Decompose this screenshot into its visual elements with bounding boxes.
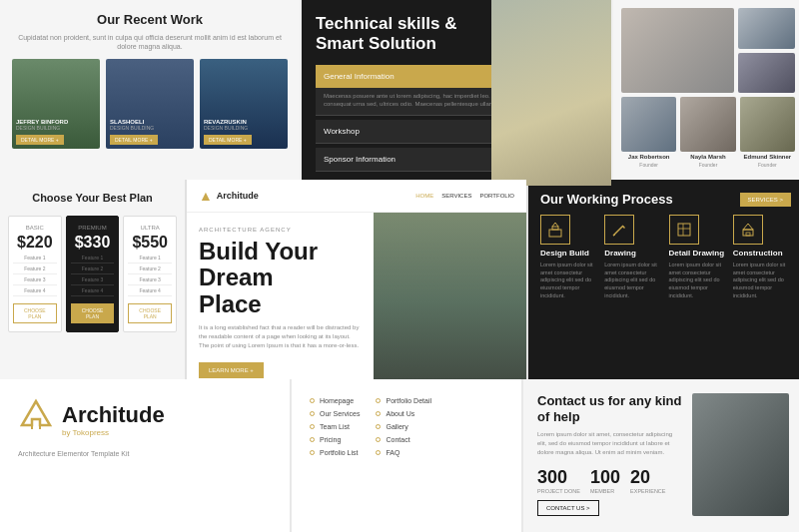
pricing-btn-ultra[interactable]: CHOOSE PLAN [128,303,172,323]
pricing-btn-premium[interactable]: CHOOSE PLAN [71,303,115,323]
process-step-3: Detail Drawing Lorem ipsum dolor sit ame… [669,215,727,299]
contact-stat-projects: 300 PROJECT DONE [537,467,580,494]
recent-work-subtitle: Cupidatat non proident, sunt in culpa qu… [12,33,288,51]
sitemap-gallery-label: Gallery [386,423,407,430]
svg-rect-0 [549,230,561,237]
team-member-1-img [621,97,676,152]
agency-body: ARCHITECTURE AGENCY Build Your Dream Pla… [187,213,526,379]
svg-line-2 [552,223,555,227]
team-member-2-name: Nayla Marsh [690,154,725,160]
work-card-3: Revazruskin DESIGN BUILDING DETAIL MORE … [200,59,288,149]
process-services-button[interactable]: SERVICES > [740,193,791,207]
contact-body: Contact us for any kind of help Lorem ip… [537,393,789,516]
sitemap-team[interactable]: Team List [310,423,360,430]
sitemap-pricing[interactable]: Pricing [310,436,360,443]
team-member-3-name: Edmund Skinner [743,154,791,160]
pricing-card-ultra: ULTRA $550 Feature 1 Feature 2 Feature 3… [123,216,177,332]
pricing-features-basic: Feature 1 Feature 2 Feature 3 Feature 4 [13,255,57,296]
pricing-feature-basic-4: Feature 4 [13,287,57,296]
sitemap-services[interactable]: Our Services [310,410,360,417]
brand-name-text: Architude [62,402,165,428]
pricing-features-premium: Feature 1 Feature 2 Feature 3 Feature 4 [71,255,115,296]
work-card-1-name: Jefrey Binford [12,117,100,125]
agency-label: ARCHITECTURE AGENCY [199,227,362,233]
agency-desc: It is a long established fact that a rea… [199,323,362,350]
agency-headline: Build Your Dream Place [199,239,362,317]
contact-stat-projects-label: PROJECT DONE [537,488,580,494]
pricing-feature-ultra-3: Feature 3 [128,276,172,285]
sitemap-dot-icon [310,398,315,403]
brand-logo: Architude by Tokopress [18,397,272,441]
agency-nav: ▲ Architude HOME SERVICES PORTFOLIO [187,180,526,213]
pricing-amount-ultra: $550 [132,234,168,252]
brand-logo-mark-icon [18,397,54,441]
pricing-plan-premium-name: PREMIUM [78,225,106,231]
nav-link-services[interactable]: SERVICES [441,193,471,199]
agency-headline-line2: Dream [199,264,274,290]
team-top-image [621,8,734,93]
sitemap-portfolio-list[interactable]: Portfolio List [310,449,360,456]
sitemap-faq[interactable]: FAQ [376,449,431,456]
work-card-3-btn[interactable]: DETAIL MORE + [204,135,252,145]
svg-line-3 [555,223,558,227]
pricing-feature-premium-4: Feature 4 [71,287,115,296]
team-member-2-img [680,97,735,152]
pricing-card-basic: BASIC $220 Feature 1 Feature 2 Feature 3… [8,216,62,332]
process-step-2-desc: Lorem ipsum dolor sit amet consectetur a… [604,262,662,299]
sitemap-about[interactable]: About Us [376,410,431,417]
sitemap-dot-icon [376,437,381,442]
brand-byline-text: by Tokopress [62,428,165,437]
agency-cta-button[interactable]: LEARN MORE + [199,362,264,378]
team-member-2-role: Founder [699,162,718,168]
pricing-feature-premium-1: Feature 1 [71,255,115,264]
pricing-btn-basic[interactable]: CHOOSE PLAN [13,303,57,323]
row2: Choose Your Best Plan BASIC $220 Feature… [0,180,799,379]
contact-cta-button[interactable]: CONTACT US > [537,500,599,516]
team-member-2: Nayla Marsh Founder [680,97,735,168]
agency-headline-line3: Place [199,290,262,317]
sitemap-homepage-label: Homepage [320,397,354,404]
work-card-2-btn[interactable]: DETAIL MORE + [110,135,158,145]
sitemap-panel: Homepage Our Services Team List Pricing … [292,379,521,532]
sitemap-contact[interactable]: Contact [376,436,431,443]
pricing-feature-ultra-1: Feature 1 [128,255,172,264]
drawing-icon [604,215,634,245]
sitemap-portfolio-list-label: Portfolio List [320,449,359,456]
pricing-plan-ultra-name: ULTRA [141,225,160,231]
contact-stat-experience-num: 20 [630,467,665,488]
agency-building-inner [374,213,526,379]
tech-skills-image-inner [491,0,611,186]
work-card-1-btn[interactable]: DETAIL MORE + [16,135,64,145]
team-small-image-2 [738,53,795,94]
sitemap-dot-icon [376,411,381,416]
brand-panel: Architude by Tokopress Architecture Elem… [0,379,290,532]
contact-stats: 300 PROJECT DONE 100 MEMBER 20 EXPERIENC… [537,467,682,494]
sitemap-portfolio-detail[interactable]: Portfolio Detail [376,397,431,404]
team-member-1: Jax Robertson Founder [621,97,676,168]
pricing-feature-ultra-2: Feature 2 [128,266,172,274]
contact-desc: Lorem ipsum dolor sit amet, consectetur … [537,430,682,457]
work-cards: Jefrey Binford DESIGN BUILDING DETAIL MO… [12,59,288,149]
svg-marker-15 [22,401,50,425]
recent-work-title: Our Recent Work [97,12,203,27]
pricing-feature-basic-1: Feature 1 [13,255,57,264]
tech-skills-panel: Technical skills &Smart Solution General… [302,0,611,186]
process-step-2-title: Drawing [604,249,662,258]
process-header: Our Working Process SERVICES > [540,192,791,207]
contact-stat-members-label: MEMBER [590,488,620,494]
nav-link-portfolio[interactable]: PORTFOLIO [479,193,514,199]
contact-stat-members-num: 100 [590,467,620,488]
detail-drawing-icon [669,215,699,245]
accordion-sponsor-label: Sponsor Information [324,155,396,164]
team-top-row [621,8,795,93]
sitemap-col-2: Portfolio Detail About Us Gallery Contac… [376,397,431,514]
work-card-1: Jefrey Binford DESIGN BUILDING DETAIL MO… [12,59,100,149]
sitemap-homepage[interactable]: Homepage [310,397,360,404]
nav-link-home[interactable]: HOME [415,193,433,199]
pricing-features-ultra: Feature 1 Feature 2 Feature 3 Feature 4 [128,255,172,296]
pricing-amount-basic: $220 [17,234,53,252]
work-card-2-name: Slashoeli [106,117,194,125]
sitemap-dot-icon [310,437,315,442]
sitemap-gallery[interactable]: Gallery [376,423,431,430]
process-title: Our Working Process [540,192,673,207]
